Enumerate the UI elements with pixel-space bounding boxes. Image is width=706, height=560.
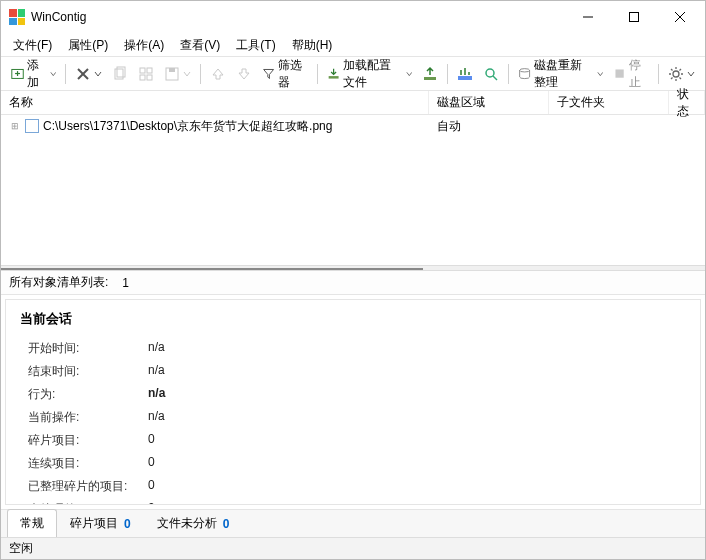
down-icon <box>236 66 252 82</box>
session-cont-label: 连续项目: <box>28 455 148 472</box>
svg-line-31 <box>671 77 673 79</box>
chevron-down-icon <box>50 70 57 78</box>
chevron-down-icon <box>94 70 102 78</box>
disk-rearrange-label: 磁盘重新整理 <box>534 57 594 91</box>
up-button[interactable] <box>206 61 230 87</box>
stop-label: 停止 <box>629 57 649 91</box>
session-done-value: 0 <box>148 478 228 495</box>
minimize-button[interactable] <box>565 2 611 32</box>
load-config-button[interactable]: 加载配置文件 <box>323 61 416 87</box>
status-text: 空闲 <box>9 540 33 557</box>
menu-help[interactable]: 帮助(H) <box>284 33 341 56</box>
svg-point-22 <box>519 69 529 72</box>
filter-label: 筛选器 <box>278 57 308 91</box>
stop-icon <box>613 66 626 82</box>
svg-rect-18 <box>424 77 436 80</box>
menubar: 文件(F) 属性(P) 操作(A) 查看(V) 工具(T) 帮助(H) <box>1 33 705 57</box>
chevron-down-icon <box>597 70 604 78</box>
load-config-label: 加载配置文件 <box>343 57 403 91</box>
gear-icon <box>668 66 684 82</box>
settings-button[interactable] <box>664 61 699 87</box>
session-pending-value: 0 <box>148 501 228 505</box>
splitter[interactable] <box>1 265 705 271</box>
file-icon <box>25 119 39 133</box>
tab-fragments[interactable]: 碎片项目0 <box>57 509 144 537</box>
analyze-button[interactable] <box>453 61 477 87</box>
menu-file[interactable]: 文件(F) <box>5 33 60 56</box>
col-sub[interactable]: 子文件夹 <box>549 91 669 114</box>
up-icon <box>210 66 226 82</box>
col-status[interactable]: 状态 <box>669 91 705 114</box>
file-list[interactable]: ⊞ C:\Users\17371\Desktop\京东年货节大促超红攻略.png… <box>1 115 705 265</box>
close-button[interactable] <box>657 2 703 32</box>
list-header: 名称 磁盘区域 子文件夹 状态 <box>1 91 705 115</box>
upload-icon <box>422 66 438 82</box>
col-disk[interactable]: 磁盘区域 <box>429 91 549 114</box>
count-label: 所有对象清单列表: <box>9 274 108 291</box>
chevron-down-icon <box>406 70 413 78</box>
stop-button[interactable]: 停止 <box>609 61 653 87</box>
svg-rect-23 <box>616 69 624 77</box>
tab-unanalyzed[interactable]: 文件未分析0 <box>144 509 243 537</box>
filter-button[interactable]: 筛选器 <box>258 61 312 87</box>
menu-operate[interactable]: 操作(A) <box>116 33 172 56</box>
list-item[interactable]: ⊞ C:\Users\17371\Desktop\京东年货节大促超红攻略.png… <box>1 115 705 137</box>
svg-rect-16 <box>169 68 175 72</box>
session-pending-label: 未处理的项目: <box>28 501 148 505</box>
disk-icon <box>518 66 531 82</box>
session-start-value: n/a <box>148 340 228 357</box>
grid-button[interactable] <box>134 61 158 87</box>
menu-view[interactable]: 查看(V) <box>172 33 228 56</box>
chevron-down-icon <box>687 70 695 78</box>
session-done-label: 已整理碎片的项目: <box>28 478 148 495</box>
session-current-label: 当前操作: <box>28 409 148 426</box>
tab-fragments-label: 碎片项目 <box>70 515 118 532</box>
session-start-label: 开始时间: <box>28 340 148 357</box>
count-value: 1 <box>122 276 129 290</box>
bottom-tabs: 常规 碎片项目0 文件未分析0 <box>1 509 705 537</box>
session-behavior-value: n/a <box>148 386 228 403</box>
svg-rect-11 <box>140 68 145 73</box>
session-frag-value: 0 <box>148 432 228 449</box>
session-frag-label: 碎片项目: <box>28 432 148 449</box>
menu-tools[interactable]: 工具(T) <box>228 33 283 56</box>
titlebar: WinContig <box>1 1 705 33</box>
svg-rect-12 <box>147 68 152 73</box>
svg-point-24 <box>673 71 679 77</box>
svg-line-32 <box>680 69 682 71</box>
session-behavior-label: 行为: <box>28 386 148 403</box>
maximize-button[interactable] <box>611 2 657 32</box>
statusbar: 空闲 <box>1 537 705 559</box>
add-label: 添加 <box>27 57 47 91</box>
toolbar: 添加 筛选器 加载配置文件 磁盘重新整理 停止 <box>1 57 705 91</box>
save-button[interactable] <box>160 61 195 87</box>
svg-rect-19 <box>458 76 472 80</box>
chevron-down-icon <box>183 70 191 78</box>
session-end-label: 结束时间: <box>28 363 148 380</box>
session-panel: 当前会话 开始时间: n/a 结束时间: n/a 行为: n/a 当前操作: n… <box>5 299 701 505</box>
disk-rearrange-button[interactable]: 磁盘重新整理 <box>514 61 607 87</box>
save-config-button[interactable] <box>418 61 442 87</box>
svg-line-29 <box>671 69 673 71</box>
search-icon <box>483 66 499 82</box>
menu-property[interactable]: 属性(P) <box>60 33 116 56</box>
delete-button[interactable] <box>71 61 106 87</box>
col-name[interactable]: 名称 <box>1 91 429 114</box>
download-icon <box>327 66 340 82</box>
svg-rect-1 <box>630 13 639 22</box>
session-end-value: n/a <box>148 363 228 380</box>
tab-general-label: 常规 <box>20 515 44 532</box>
copy-button[interactable] <box>108 61 132 87</box>
copy-icon <box>112 66 128 82</box>
down-button[interactable] <box>232 61 256 87</box>
analyze-icon <box>457 66 473 82</box>
delete-icon <box>75 66 91 82</box>
session-current-value: n/a <box>148 409 228 426</box>
grid-icon <box>138 66 154 82</box>
svg-line-30 <box>680 77 682 79</box>
add-icon <box>11 66 24 82</box>
tab-general[interactable]: 常规 <box>7 509 57 537</box>
file-path: C:\Users\17371\Desktop\京东年货节大促超红攻略.png <box>43 118 332 135</box>
search-button[interactable] <box>479 61 503 87</box>
add-button[interactable]: 添加 <box>7 61 60 87</box>
